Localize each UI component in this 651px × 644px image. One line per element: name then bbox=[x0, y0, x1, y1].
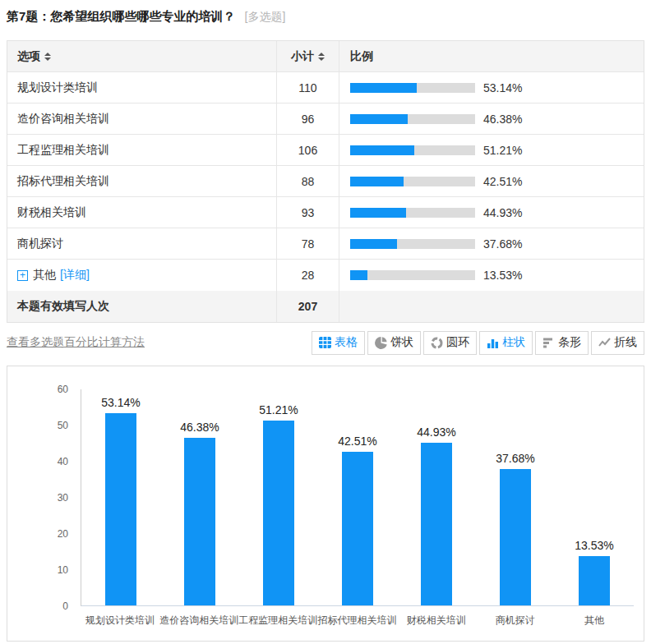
ratio-percent-label: 46.38% bbox=[483, 113, 522, 126]
table-row: 造价咨询相关培训9646.38% bbox=[7, 104, 644, 135]
option-label: 其他 bbox=[33, 268, 56, 283]
chart-type-label: 条形 bbox=[558, 335, 581, 350]
footer-count-cell: 207 bbox=[277, 291, 339, 322]
chart-type-button-table[interactable]: 表格 bbox=[312, 331, 365, 355]
ratio-percent-label: 42.51% bbox=[483, 175, 522, 188]
bar-slot: 13.53% bbox=[555, 389, 634, 605]
bar-slot: 37.68% bbox=[476, 389, 555, 605]
ratio-bar-fill bbox=[350, 208, 406, 218]
ratio-bar-track bbox=[350, 145, 475, 155]
bar bbox=[579, 556, 610, 605]
count-cell: 78 bbox=[277, 228, 339, 259]
question-title: 第7题：您希望组织哪些哪些专业的培训？ [多选题] bbox=[7, 9, 651, 25]
ratio-bar-track bbox=[350, 239, 475, 249]
bar-value-label: 46.38% bbox=[180, 421, 219, 434]
bar-value-label: 51.21% bbox=[259, 403, 298, 416]
table-footer-row: 本题有效填写人次 207 bbox=[7, 291, 644, 322]
table-row: 招标代理相关培训8842.51% bbox=[7, 166, 644, 197]
option-label: 商机探讨 bbox=[17, 237, 63, 251]
chart-type-button-column[interactable]: 柱状 bbox=[479, 331, 533, 355]
chart-type-button-hbars[interactable]: 条形 bbox=[535, 331, 589, 355]
bar-value-label: 42.51% bbox=[338, 435, 376, 448]
table-icon bbox=[319, 337, 331, 348]
chart-type-label: 折线 bbox=[614, 335, 637, 350]
count-cell: 93 bbox=[277, 197, 339, 228]
y-axis-tick-label: 10 bbox=[7, 564, 68, 576]
count-cell: 96 bbox=[277, 104, 339, 134]
chart-toolbar: 查看多选题百分比计算方法 表格饼状圆环柱状条形折线 bbox=[7, 330, 644, 355]
footer-label-cell: 本题有效填写人次 bbox=[7, 291, 277, 322]
expand-plus-icon[interactable]: + bbox=[17, 270, 28, 281]
y-axis-tick-label: 30 bbox=[7, 492, 68, 504]
chart-type-button-pie[interactable]: 饼状 bbox=[367, 331, 421, 355]
bar bbox=[263, 421, 294, 605]
hbars-icon bbox=[542, 337, 555, 348]
donut-icon bbox=[431, 337, 443, 349]
header-ratio-label: 比例 bbox=[350, 49, 373, 64]
count-cell: 106 bbox=[277, 135, 339, 165]
table-row: 工程监理相关培训10651.21% bbox=[7, 135, 644, 166]
x-axis-category-label: 招标代理相关培训 bbox=[317, 614, 396, 628]
ratio-cell: 46.38% bbox=[339, 104, 644, 134]
table-body: 规划设计类培训11053.14%造价咨询相关培训9646.38%工程监理相关培训… bbox=[7, 72, 644, 291]
option-cell: 造价咨询相关培训 bbox=[7, 104, 277, 134]
header-ratio: 比例 bbox=[339, 41, 644, 71]
count-cell: 88 bbox=[277, 166, 339, 196]
chart-type-label: 表格 bbox=[335, 335, 358, 350]
line-icon bbox=[598, 337, 611, 348]
chart-type-button-line[interactable]: 折线 bbox=[591, 331, 644, 355]
chart-plot-area: 53.14%46.38%51.21%42.51%44.93%37.68%13.5… bbox=[81, 389, 634, 606]
table-row: 商机探讨7837.68% bbox=[7, 228, 644, 260]
header-option-label: 选项 bbox=[17, 49, 40, 64]
table-header-row: 选项 小计 比例 bbox=[7, 41, 644, 72]
ratio-percent-label: 51.21% bbox=[483, 144, 522, 157]
ratio-bar-fill bbox=[350, 114, 408, 124]
option-cell: 工程监理相关培训 bbox=[7, 135, 277, 165]
ratio-cell: 44.93% bbox=[339, 197, 644, 228]
ratio-bar-fill bbox=[350, 83, 417, 93]
question-type-tag: [多选题] bbox=[245, 10, 286, 23]
ratio-bar-fill bbox=[350, 239, 397, 249]
percentage-method-link[interactable]: 查看多选题百分比计算方法 bbox=[7, 335, 145, 350]
chart-type-button-group: 表格饼状圆环柱状条形折线 bbox=[312, 331, 644, 355]
ratio-cell: 13.53% bbox=[339, 260, 644, 291]
header-option[interactable]: 选项 bbox=[7, 41, 277, 71]
bar-value-label: 37.68% bbox=[496, 452, 534, 465]
option-label: 招标代理相关培训 bbox=[17, 174, 109, 189]
detail-link[interactable]: [详细] bbox=[60, 268, 90, 283]
option-label: 工程监理相关培训 bbox=[17, 143, 109, 158]
bar-slot: 51.21% bbox=[239, 389, 318, 605]
question-title-text: 第7题：您希望组织哪些哪些专业的培训？ bbox=[7, 9, 235, 23]
x-axis-category-label: 财税相关培训 bbox=[397, 614, 476, 628]
option-cell: 商机探讨 bbox=[7, 228, 277, 259]
header-count-label: 小计 bbox=[291, 49, 314, 64]
option-label: 规划设计类培训 bbox=[17, 80, 98, 95]
chart-type-label: 饼状 bbox=[390, 335, 413, 350]
ratio-bar-track bbox=[350, 208, 475, 218]
ratio-bar-track bbox=[350, 114, 475, 124]
sort-icon[interactable] bbox=[44, 53, 51, 61]
header-count[interactable]: 小计 bbox=[277, 41, 339, 71]
count-cell: 110 bbox=[277, 72, 339, 103]
ratio-bar-track bbox=[350, 270, 475, 280]
ratio-bar-fill bbox=[350, 145, 414, 155]
bar-slot: 42.51% bbox=[318, 389, 397, 605]
sort-icon[interactable] bbox=[318, 53, 325, 61]
chart-x-axis-labels: 规划设计类培训造价咨询相关培训工程监理相关培训招标代理相关培训财税相关培训商机探… bbox=[81, 614, 634, 628]
chart-type-label: 圆环 bbox=[446, 335, 469, 350]
y-axis-tick-label: 40 bbox=[7, 456, 68, 467]
x-axis-category-label: 其他 bbox=[555, 614, 634, 628]
y-axis-tick-label: 50 bbox=[7, 420, 68, 431]
ratio-percent-label: 37.68% bbox=[483, 237, 522, 251]
x-axis-category-label: 工程监理相关培训 bbox=[238, 614, 317, 628]
bar-value-label: 44.93% bbox=[417, 426, 455, 439]
column-icon bbox=[487, 337, 499, 348]
table-row: +其他[详细]2813.53% bbox=[7, 260, 644, 291]
ratio-cell: 53.14% bbox=[339, 72, 644, 103]
ratio-cell: 51.21% bbox=[339, 135, 644, 165]
option-cell: +其他[详细] bbox=[7, 260, 277, 291]
footer-count: 207 bbox=[298, 300, 317, 313]
ratio-bar-fill bbox=[350, 270, 367, 280]
chart-type-button-donut[interactable]: 圆环 bbox=[423, 331, 477, 355]
count-cell: 28 bbox=[277, 260, 339, 291]
